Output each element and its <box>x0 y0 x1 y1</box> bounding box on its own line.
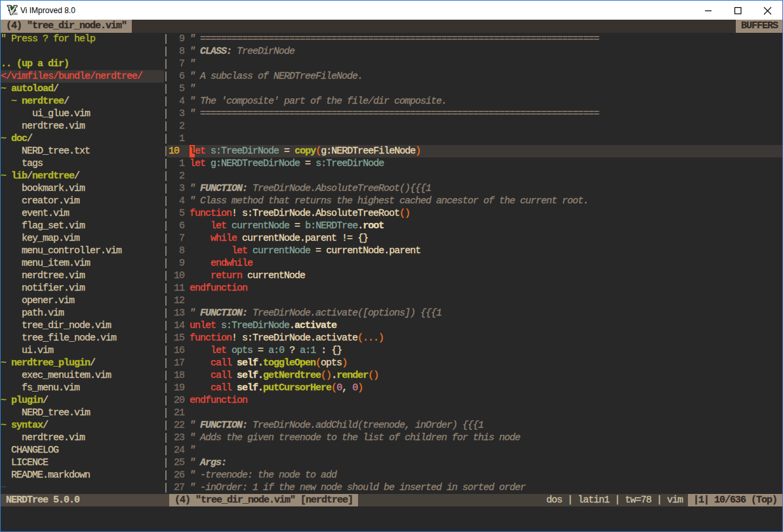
svg-text:im: im <box>12 10 18 16</box>
